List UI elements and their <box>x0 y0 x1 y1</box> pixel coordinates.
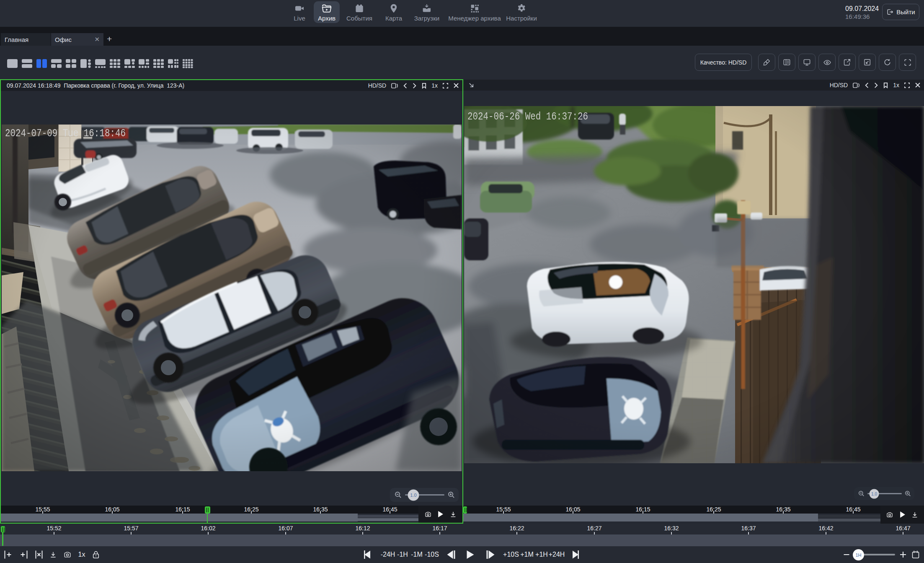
svg-text:2024-07-09 Tue 16:18:46: 2024-07-09 Tue 16:18:46 <box>5 127 126 140</box>
svg-text:2024-06-26 Wed 16:37:26: 2024-06-26 Wed 16:37:26 <box>467 111 588 123</box>
